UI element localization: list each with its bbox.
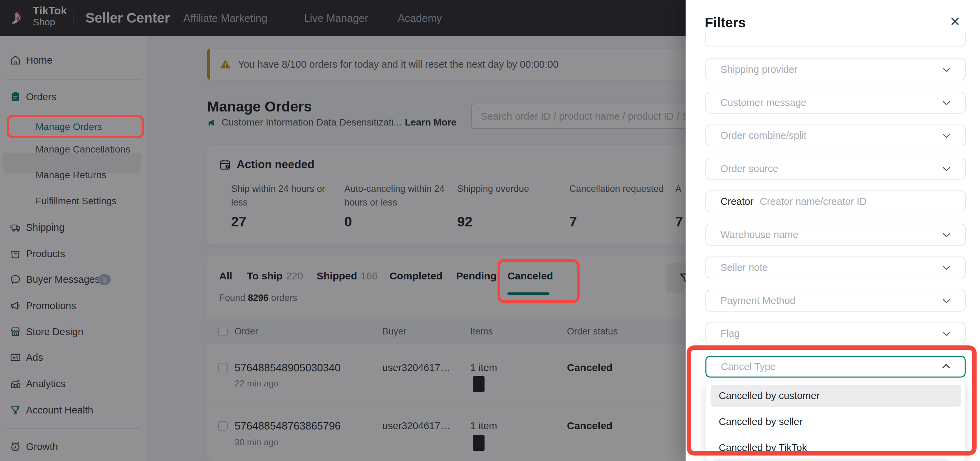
field-placeholder: Payment Method <box>721 295 795 307</box>
chevron-down-icon <box>943 130 951 138</box>
field-placeholder: Warehouse name <box>721 229 799 240</box>
annotation-box-manage-orders <box>7 115 144 138</box>
close-icon[interactable]: ✕ <box>950 15 961 28</box>
chevron-down-icon <box>943 296 951 304</box>
creator-label: Creator <box>721 196 754 207</box>
annotation-box-canceled-tab <box>498 259 579 303</box>
chevron-down-icon <box>943 164 951 171</box>
filter-warehouse-name[interactable]: Warehouse name <box>705 224 966 246</box>
filter-seller-note[interactable]: Seller note <box>705 256 966 278</box>
chevron-down-icon <box>943 97 951 105</box>
filter-payment-method[interactable]: Payment Method <box>705 290 966 312</box>
filter-field-partial[interactable] <box>705 33 966 47</box>
dropdown-scroll-edge <box>713 458 949 461</box>
filter-flag[interactable]: Flag <box>705 323 966 344</box>
field-placeholder: Creator name/creator ID <box>760 196 867 207</box>
field-placeholder: Flag <box>721 328 740 339</box>
field-placeholder: Order source <box>721 163 778 175</box>
chevron-down-icon <box>943 229 951 237</box>
chevron-down-icon <box>943 64 951 72</box>
field-placeholder: Seller note <box>721 262 768 273</box>
app-window: ♪ TikTok Shop Seller Center Affiliate Ma… <box>0 0 980 461</box>
field-placeholder: Shipping provider <box>721 64 798 75</box>
filter-order-source[interactable]: Order source <box>705 157 966 180</box>
chevron-down-icon <box>943 262 951 270</box>
filter-creator-input[interactable]: Creator Creator name/creator ID <box>705 191 966 212</box>
filter-order-combine-split[interactable]: Order combine/split <box>705 124 966 146</box>
chevron-down-icon <box>943 328 951 336</box>
field-placeholder: Customer message <box>721 97 806 108</box>
field-placeholder: Order combine/split <box>721 130 806 141</box>
filters-title: Filters <box>705 15 746 30</box>
filter-shipping-provider[interactable]: Shipping provider <box>705 59 966 80</box>
annotation-box-cancel-type <box>687 345 977 456</box>
filter-customer-message[interactable]: Customer message <box>705 92 966 114</box>
